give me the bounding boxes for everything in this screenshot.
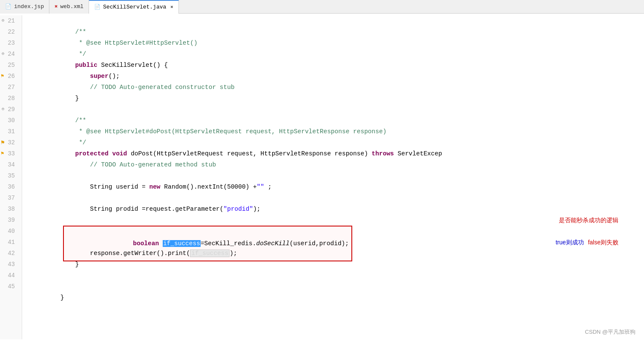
tab-icon-seckill-servlet: 📄 bbox=[94, 4, 101, 10]
code-line-25: super(); bbox=[31, 60, 644, 71]
tab-seckill-servlet[interactable]: 📄 SecKillServlet.java ✖ bbox=[89, 0, 179, 14]
code-line-33: // TODO Auto-generated method stub bbox=[31, 148, 644, 159]
line-num-25: 25 bbox=[0, 60, 18, 71]
code-line-26: // TODO Auto-generated constructor stub bbox=[31, 71, 644, 82]
editor-container: 📄 index.jsp ✖ web.xml 📄 SecKillServlet.j… bbox=[0, 0, 644, 341]
code-line-43 bbox=[31, 259, 644, 270]
code-line-36 bbox=[31, 181, 644, 192]
code-line-35: String userid = new Random().nextInt(500… bbox=[31, 170, 644, 181]
annotation-line41-true: true则成功 bbox=[555, 239, 584, 246]
code-line-45: } bbox=[31, 281, 644, 292]
annotation-line41-false: false则失败 bbox=[588, 239, 618, 246]
line-num-21: ⊖21 bbox=[0, 15, 18, 26]
line-num-36: 36 bbox=[0, 181, 18, 192]
tab-icon-web-xml: ✖ bbox=[55, 3, 58, 10]
tab-bar: 📄 index.jsp ✖ web.xml 📄 SecKillServlet.j… bbox=[0, 0, 644, 14]
line-num-28: 28 bbox=[0, 93, 18, 104]
tab-close-seckill-servlet[interactable]: ✖ bbox=[170, 4, 173, 10]
code-line-22: * @see HttpServlet#HttpServlet() bbox=[31, 26, 644, 37]
code-line-29: /** bbox=[31, 104, 644, 115]
tab-icon-index-jsp: 📄 bbox=[5, 3, 12, 10]
tab-label-web-xml: web.xml bbox=[60, 3, 83, 10]
code-lines: /** * @see HttpServlet#HttpServlet() */ … bbox=[22, 15, 644, 339]
line-num-43: 43 bbox=[0, 259, 18, 270]
code-line-24: public SecKillServlet() { bbox=[31, 49, 644, 60]
code-line-23: */ bbox=[31, 37, 644, 49]
code-line-38 bbox=[31, 203, 644, 215]
line-num-40: 40 bbox=[0, 226, 18, 237]
tab-index-jsp[interactable]: 📄 index.jsp bbox=[0, 0, 49, 14]
line-num-30: 30 bbox=[0, 115, 18, 126]
line-num-24: ⊖24 bbox=[0, 49, 18, 60]
code-line-34 bbox=[31, 159, 644, 170]
tab-web-xml[interactable]: ✖ web.xml bbox=[49, 0, 89, 14]
line-num-39: 39 bbox=[0, 215, 18, 226]
line-num-45: 45 bbox=[0, 281, 18, 292]
code-line-30: * @see HttpServlet#doPost(HttpServletReq… bbox=[31, 115, 644, 126]
line-num-23: 23 bbox=[0, 37, 18, 49]
watermark: CSDN @平凡加班狗 bbox=[585, 328, 635, 336]
code-area: ⊖21 22 23 ⊖24 25 ⚑26 27 28 ⊖29 30 31 ⊖⚑3… bbox=[0, 14, 644, 341]
line-num-33: ⚑33 bbox=[0, 148, 18, 159]
line-num-34: 34 bbox=[0, 159, 18, 170]
annotation-line39: 是否能秒杀成功的逻辑 bbox=[559, 215, 618, 226]
code-line-31: */ bbox=[31, 126, 644, 137]
line-num-22: 22 bbox=[0, 26, 18, 37]
tab-label-index-jsp: index.jsp bbox=[14, 3, 44, 10]
line-num-35: 35 bbox=[0, 170, 18, 181]
code-line-21: /** bbox=[31, 15, 644, 26]
line-num-27: 27 bbox=[0, 82, 18, 93]
line-num-26: ⚑26 bbox=[0, 71, 18, 82]
code-line-39: boolean if_success=SecKill_redis.doSecKi… bbox=[31, 215, 644, 226]
tab-label-seckill-servlet: SecKillServlet.java bbox=[103, 4, 166, 10]
code-line-44 bbox=[31, 270, 644, 281]
line-num-32: ⊖⚑32 bbox=[0, 137, 18, 148]
line-num-37: 37 bbox=[0, 192, 18, 203]
line-num-31: 31 bbox=[0, 126, 18, 137]
line-num-29: ⊖29 bbox=[0, 104, 18, 115]
line-numbers: ⊖21 22 23 ⊖24 25 ⚑26 27 28 ⊖29 30 31 ⊖⚑3… bbox=[0, 15, 22, 339]
code-line-40 bbox=[31, 226, 644, 237]
line-num-42: 42 bbox=[0, 248, 18, 259]
code-line-41: response.getWriter().print(if_success); … bbox=[31, 237, 644, 248]
code-line-42: } bbox=[31, 248, 644, 259]
code-line-27: } bbox=[31, 82, 644, 93]
line-num-44: 44 bbox=[0, 270, 18, 281]
code-line-32: protected void doPost(HttpServletRequest… bbox=[31, 137, 644, 148]
line-num-41: 41 bbox=[0, 237, 18, 248]
code-line-28 bbox=[31, 93, 644, 104]
line-num-38: 38 bbox=[0, 203, 18, 215]
code-line-37: String prodid =request.getParameter("pro… bbox=[31, 192, 644, 203]
